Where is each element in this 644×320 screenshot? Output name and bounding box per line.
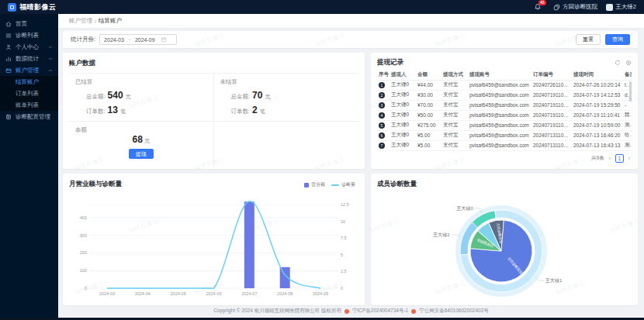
table-cell: ¥70.00: [416, 100, 441, 110]
footer-icp[interactable]: 宁ICP备2024004734号-1: [352, 308, 408, 315]
refresh-icon[interactable]: [615, 60, 621, 66]
user-icon: [5, 44, 12, 50]
sidebar-subitem-label: 订单列表: [16, 90, 39, 98]
withdraw-table-wrap: 序号提现人金额提现方式提现账号订单编号提现时间备注 1王大锤0¥44.00支付宝…: [377, 71, 632, 151]
user-menu[interactable]: 王大锤2: [606, 3, 636, 11]
sidebar-subitem-1[interactable]: 订单列表: [0, 88, 58, 99]
settled-label: 已结算: [75, 78, 207, 86]
breadcrumb-separator: /: [95, 18, 96, 25]
unsettled-orders-unit: 笔: [260, 108, 265, 115]
table-cell: 王大锤0: [390, 110, 416, 120]
sidebar-item-label: 首页: [16, 20, 27, 28]
chevron-down-icon: [48, 57, 53, 61]
table-cell: 202407131100...: [531, 130, 572, 140]
withdraw-table-header-row: 序号提现人金额提现方式提现账号订单编号提现时间备注: [377, 71, 632, 80]
sidebar-item-1[interactable]: 诊断列表: [0, 29, 58, 41]
sidebar-item-label: 诊断列表: [16, 32, 39, 40]
icp-badge-icon: [345, 309, 349, 314]
legend-item-revenue[interactable]: 营业额: [304, 181, 325, 188]
svg-text:300: 300: [80, 233, 87, 238]
footer-police[interactable]: 宁公网安备64010602002402号: [419, 308, 489, 315]
sidebar: 首页诊断列表个人中心数据统计账户管理结算账户订单列表账单列表诊断配置管理: [0, 14, 58, 320]
unsettled-orders-value: 2: [252, 105, 258, 115]
table-cell: pvisaf6459@sandbox.com: [468, 90, 531, 100]
sidebar-subitem-0[interactable]: 结算账户: [0, 76, 58, 88]
search-button[interactable]: 查询: [605, 34, 630, 45]
table-cell: 202407191100...: [531, 110, 572, 120]
breadcrumb: 账户管理 / 结算账户: [58, 14, 644, 28]
sidebar-item-5[interactable]: 诊断配置管理: [0, 111, 58, 122]
app-logo[interactable]: 福晴影像云: [8, 2, 57, 12]
police-badge-icon: [411, 309, 416, 314]
sidebar-item-0[interactable]: 首页: [0, 18, 58, 29]
sidebar-item-label: 数据统计: [16, 55, 39, 63]
settings-icon: [5, 114, 12, 120]
month-range-picker[interactable]: 2024-03 ~ 2024-09: [99, 34, 177, 45]
breadcrumb-current: 结算账户: [99, 17, 122, 25]
table-cell: 4: [377, 110, 390, 120]
balance-value: 68: [132, 134, 142, 145]
sidebar-item-3[interactable]: 数据统计: [0, 53, 58, 64]
unsettled-amount-unit: 元: [265, 93, 270, 101]
account-panel-title: 账户数据: [69, 59, 358, 68]
svg-text:100: 100: [80, 268, 87, 273]
topbar: 福晴影像云 41 方回诊断医院 王大锤2: [0, 0, 644, 14]
table-cell: 6: [377, 130, 390, 140]
withdraw-table: 序号提现人金额提现方式提现账号订单编号提现时间备注 1王大锤0¥44.00支付宝…: [377, 71, 632, 151]
reset-button[interactable]: 重置: [576, 34, 601, 45]
next-page-button[interactable]: ›: [627, 156, 632, 161]
svg-text:2024-05: 2024-05: [171, 291, 186, 296]
org-switcher[interactable]: 方回诊断医院: [553, 3, 597, 11]
sidebar-menu: 首页诊断列表个人中心数据统计账户管理结算账户订单列表账单列表诊断配置管理: [0, 18, 58, 122]
svg-text:2.5: 2.5: [341, 269, 347, 274]
table-cell: ¥44.00: [416, 80, 441, 90]
table-cell: pvisaf6459@sandbox.com: [468, 110, 531, 120]
notification-bell[interactable]: 41: [534, 3, 542, 11]
table-cell: 7: [377, 140, 390, 150]
svg-text:12.5: 12.5: [341, 202, 349, 207]
table-cell: ¥275.00: [416, 120, 441, 130]
table-cell: 2024-07-19 14:12:53: [572, 90, 623, 100]
svg-text:2024-06: 2024-06: [206, 291, 221, 296]
chart-legend: 营业额 诊断量: [304, 181, 355, 188]
table-cell: ¥5.00: [416, 130, 441, 140]
settled-amount-value: 540: [108, 90, 123, 101]
list-icon: [5, 33, 12, 39]
chevron-down-icon: [48, 45, 53, 50]
table-cell: 支付宝: [441, 90, 468, 100]
table-cell: ¥5.00: [416, 140, 441, 150]
sidebar-item-2[interactable]: 个人中心: [0, 41, 58, 53]
sidebar-item-4[interactable]: 账户管理: [0, 64, 58, 76]
table-cell: pvisaf6459@sandbox.com: [468, 140, 531, 150]
calendar-icon: [161, 36, 167, 43]
sidebar-subitem-label: 账单列表: [16, 102, 39, 109]
table-cell: 测试提现: [623, 140, 632, 150]
table-cell: 2024-07-26 10:20:14: [572, 80, 623, 90]
table-cell: pvisaf6459@sandbox.com: [468, 130, 531, 140]
breadcrumb-parent[interactable]: 账户管理: [69, 17, 92, 25]
settled-orders-label: 订单数:: [86, 108, 106, 115]
settled-amount-unit: 元: [126, 93, 131, 101]
svg-text:2024-09: 2024-09: [313, 291, 328, 296]
svg-text:王大锤2: 王大锤2: [432, 232, 450, 237]
withdraw-button[interactable]: 提现: [129, 149, 154, 159]
table-cell: 支付宝: [441, 130, 468, 140]
table-cell: 王大锤0: [390, 90, 416, 100]
table-scrollbar[interactable]: [629, 81, 632, 102]
table-cell: 测测: [623, 120, 632, 130]
settled-amount-label: 总金额:: [86, 93, 106, 101]
legend-item-diagnosis[interactable]: 诊断量: [331, 181, 355, 188]
table-cell: 王大锤0: [390, 120, 416, 130]
prev-page-button[interactable]: ‹: [608, 156, 612, 161]
page-number-button[interactable]: 1: [615, 154, 624, 163]
unsettled-orders-label: 订单数:: [231, 108, 251, 115]
column-header-6: 提现时间: [572, 71, 623, 80]
settings-gear-icon[interactable]: [625, 60, 632, 66]
pagination-total: 共9条: [591, 155, 604, 162]
table-cell: 我又来提现了: [623, 110, 632, 120]
svg-text:5: 5: [341, 253, 343, 257]
column-header-7: 备注: [623, 71, 632, 80]
table-cell: 支付宝: [441, 100, 468, 110]
sidebar-subitem-2[interactable]: 账单列表: [0, 99, 58, 111]
table-cell: 王大锤0: [390, 140, 416, 150]
